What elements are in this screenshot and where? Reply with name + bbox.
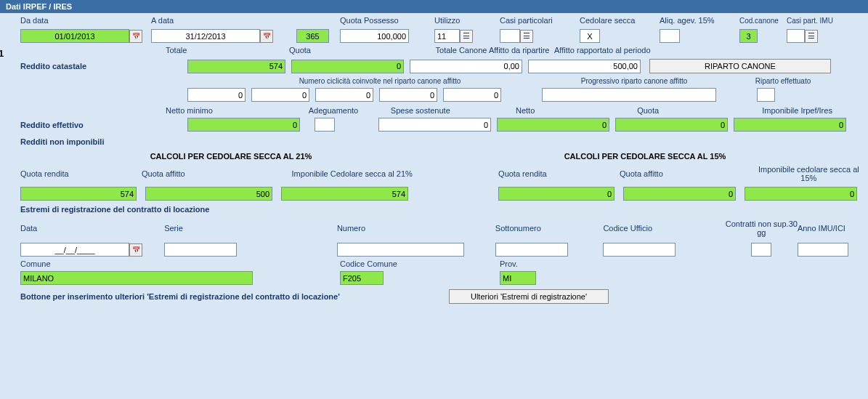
- lbl-reddito-effettivo: Reddito effettivo: [20, 121, 84, 129]
- lookup-icon[interactable]: ☰: [805, 30, 818, 43]
- lbl-netto-minimo: Netto minimo: [166, 106, 213, 115]
- lbl-imp-ced-21: Imponibile Cedolare secca al 21%: [292, 169, 413, 178]
- input-casi-particolari[interactable]: [500, 29, 520, 43]
- input-progressivo[interactable]: [542, 88, 716, 102]
- lbl-reddito-catastale: Reddito catastale: [20, 62, 86, 70]
- lbl-reg-comune: Comune: [20, 259, 51, 268]
- lbl-reg-prov: Prov.: [500, 259, 518, 268]
- lbl-casi-part-imu: Casi part. IMU: [787, 17, 833, 25]
- lookup-icon[interactable]: ☰: [520, 30, 533, 43]
- lbl-aliq-agev: Aliq. agev. 15%: [660, 16, 715, 25]
- input-aliq-agev[interactable]: [660, 29, 680, 43]
- input-cicl5[interactable]: [443, 88, 501, 102]
- input-re-adeg[interactable]: [315, 118, 335, 132]
- lbl-quota-rendita-15: Quota rendita: [498, 169, 547, 178]
- input-re-spese[interactable]: [378, 118, 491, 132]
- lbl-imponibile-irpef: Imponibile Irpef/Ires: [762, 106, 832, 115]
- lbl-progressivo: Progressivo riparto canone affitto: [581, 77, 688, 85]
- input-reg-numero[interactable]: [337, 243, 464, 257]
- input-rc-quota[interactable]: [291, 60, 404, 73]
- lbl-reg-codice-uff: Codice Ufficio: [603, 224, 652, 233]
- lbl-a-data: A data: [151, 16, 174, 25]
- lbl-redditi-non-imp: Redditi non imponibili: [20, 137, 104, 146]
- lbl-quota-possesso: Quota Possesso: [340, 16, 399, 25]
- input-reg-data[interactable]: [20, 243, 129, 257]
- input-c15-imp[interactable]: [745, 187, 857, 201]
- lbl-totale: Totale: [166, 46, 187, 55]
- lbl-reg-sotton: Sottonumero: [495, 224, 541, 233]
- lbl-da-data: Da data: [20, 16, 49, 25]
- input-re-netto-min[interactable]: [187, 118, 300, 132]
- input-a-data[interactable]: [151, 29, 260, 43]
- input-utilizzo[interactable]: [434, 29, 460, 43]
- input-riparto-eff[interactable]: [757, 88, 775, 102]
- lbl-reg-cod-comune: Codice Comune: [340, 259, 397, 268]
- input-reg-contratti[interactable]: [751, 243, 771, 257]
- lbl-reg-serie: Serie: [164, 224, 183, 233]
- input-cod-canone[interactable]: [739, 29, 758, 43]
- input-reg-cod-uff[interactable]: [603, 243, 676, 257]
- calendar-icon[interactable]: 📅: [129, 243, 142, 257]
- lbl-calc-21: CALCOLI PER CEDOLARE SECCA AL 21%: [150, 152, 312, 161]
- input-re-quota[interactable]: [615, 118, 728, 132]
- input-giorni[interactable]: [296, 29, 329, 43]
- lbl-adeguamento: Adeguamento: [309, 106, 359, 115]
- input-cicl3[interactable]: [315, 88, 373, 102]
- input-c21-imp[interactable]: [281, 187, 408, 201]
- calendar-icon[interactable]: 📅: [260, 30, 273, 43]
- lbl-cod-canone: Cod.canone: [739, 17, 779, 25]
- lbl-cedolare-secca: Cedolare secca: [580, 16, 635, 25]
- input-da-data[interactable]: [20, 29, 129, 43]
- input-c21-rendita[interactable]: [20, 187, 137, 201]
- lbl-casi-particolari: Casi particolari: [500, 16, 553, 25]
- ulteriori-estremi-button[interactable]: Ulteriori 'Estremi di registrazione': [449, 289, 609, 304]
- input-affitto-rapportato[interactable]: [528, 60, 641, 73]
- lbl-estremi: Estremi di registrazione del contratto d…: [20, 203, 862, 215]
- input-reg-cod-comune[interactable]: [340, 271, 384, 285]
- calendar-icon[interactable]: 📅: [129, 30, 142, 43]
- input-quota-possesso[interactable]: [340, 29, 409, 43]
- lbl-reg-anno: Anno IMU/ICI: [798, 224, 845, 233]
- input-cedolare-secca[interactable]: [580, 29, 600, 43]
- input-c21-affitto[interactable]: [145, 187, 272, 201]
- input-c15-affitto[interactable]: [623, 187, 736, 201]
- input-reg-anno[interactable]: [798, 243, 848, 257]
- input-reg-sotton[interactable]: [495, 243, 568, 257]
- row-number: 1: [0, 48, 4, 59]
- input-tot-canone[interactable]: [410, 60, 522, 73]
- input-casi-part-imu[interactable]: [787, 29, 805, 43]
- input-cicl1[interactable]: [187, 88, 246, 102]
- panel-title: Dati IRPEF / IRES: [6, 2, 72, 11]
- lbl-bottone-ult: Bottone per inserimento ulteriori 'Estre…: [20, 292, 340, 301]
- lbl-quota2: Quota: [637, 106, 659, 115]
- input-reg-comune[interactable]: [20, 271, 253, 285]
- lbl-quota: Quota: [289, 46, 311, 55]
- lbl-imp-ced-15: Imponibile cedolare secca al 15%: [758, 165, 859, 182]
- input-reg-serie[interactable]: [164, 243, 237, 257]
- lbl-utilizzo: Utilizzo: [434, 16, 460, 25]
- input-cicl4[interactable]: [379, 88, 437, 102]
- input-c15-rendita[interactable]: [498, 187, 615, 201]
- lbl-tot-canone: Totale Canone Affitto da ripartire: [436, 46, 550, 55]
- lbl-reg-contratti: Contratti non sup.30 gg: [726, 219, 798, 237]
- lbl-quota-affitto-21: Quota affitto: [142, 169, 185, 178]
- lbl-reg-numero: Numero: [337, 224, 365, 233]
- lbl-quota-affitto-15: Quota affitto: [620, 169, 663, 178]
- input-re-netto[interactable]: [497, 118, 609, 132]
- lookup-icon[interactable]: ☰: [460, 30, 473, 43]
- input-reg-prov[interactable]: [500, 271, 536, 285]
- lbl-calc-15: CALCOLI PER CEDOLARE SECCA AL 15%: [564, 152, 726, 161]
- lbl-reg-data: Data: [20, 224, 37, 233]
- lbl-num-ciclicita: Numero ciclicità coinvolte nel riparto c…: [299, 77, 461, 85]
- lbl-netto: Netto: [516, 106, 535, 115]
- panel-header: Dati IRPEF / IRES: [0, 0, 868, 13]
- input-re-imponibile[interactable]: [734, 118, 846, 132]
- lbl-affitto-rapportato: Affitto rapportato al periodo: [554, 46, 651, 55]
- input-cicl2[interactable]: [251, 88, 309, 102]
- lbl-spese: Spese sostenute: [391, 106, 450, 115]
- riparto-canone-button[interactable]: RIPARTO CANONE: [649, 59, 831, 73]
- lbl-quota-rendita-21: Quota rendita: [20, 169, 69, 178]
- input-rc-totale[interactable]: [187, 60, 285, 73]
- lbl-riparto-eff: Riparto effettuato: [755, 77, 811, 85]
